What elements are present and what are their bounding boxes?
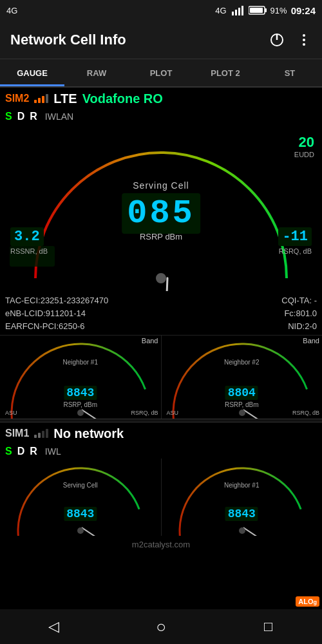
sim1-neighbor1-value: 8843 (225, 507, 258, 521)
rsrq-label: RSRQ, dB (278, 247, 312, 255)
neighbor1-rsrp-label: RSRP, dBm (63, 401, 97, 408)
network-type: 4G (215, 6, 226, 15)
sim2-operator: Vodafone RO (82, 91, 163, 106)
enb-lcid: eNB-LCID:911201-14 (5, 308, 86, 318)
svg-rect-3 (242, 6, 243, 15)
neighbor2-rsrp-label: RSRP, dBm (225, 401, 259, 408)
neighbor2-rsrq: RSRQ, dB (292, 410, 319, 416)
sim1-serving-svg: -140 -120 -110 -70 -50 (0, 459, 161, 536)
tab-plot2[interactable]: PLOT 2 (193, 59, 258, 86)
svg-rect-2 (238, 8, 240, 15)
neighbor2-gauge: -140 -120 -100 -90 -80 -70 -60 -50 Ban (162, 336, 323, 419)
info-row-1: TAC-ECI:23251-233267470 CQI-TA: - (5, 294, 317, 307)
svg-line-91 (80, 528, 128, 536)
sim1-sdr-d: D (17, 446, 25, 457)
svg-rect-6 (250, 8, 263, 13)
info-row-2: eNB-LCID:911201-14 Fc:801.0 (5, 307, 317, 319)
sim1-neighbor1-label: Neighbor #1 (224, 482, 259, 489)
neighbor1-rsrq: RSRQ, dB (131, 410, 158, 416)
svg-line-61 (80, 410, 132, 419)
tab-plot[interactable]: PLOT (129, 59, 193, 86)
sim1-header: SIM1 No network (0, 422, 322, 444)
sim1-serving-value: 8843 (64, 507, 97, 521)
signal-icon (231, 5, 245, 15)
network-type-left: 4G (6, 6, 17, 15)
sdr-r: R (30, 111, 37, 122)
eudd-value: 20 (299, 134, 314, 151)
sim1-gauges: -140 -120 -110 -70 -50 Serving Cell 8843 (0, 459, 322, 536)
tab-raw[interactable]: RAW (64, 59, 129, 86)
sim1-neighbor1-svg: -140 -120 -110 -70 -50 (162, 459, 323, 536)
app-bar: Network Cell Info (0, 21, 322, 59)
neighbor1-asu: ASU (5, 410, 17, 416)
main-rsrp-value: 085 (122, 194, 200, 232)
nid: NID:2-0 (288, 321, 317, 331)
sim1-bar1 (34, 435, 37, 438)
neighbor-section-sim2: -140 -120 -100 -90 -80 -70 -60 -50 (0, 335, 322, 419)
tab-st[interactable]: ST (258, 59, 322, 86)
sim1-serving-gauge: -140 -120 -110 -70 -50 Serving Cell 8843 (0, 459, 161, 536)
sim2-header: SIM2 LTE Vodafone RO (0, 88, 322, 109)
serving-cell-label: Serving Cell (133, 180, 189, 191)
status-right: 4G 91% 09:24 (215, 5, 316, 16)
alo-text: ALO (298, 598, 313, 605)
sdr-d: D (17, 111, 25, 122)
sim1-iwlan: IWL (45, 446, 61, 457)
svg-line-79 (242, 410, 294, 419)
no-network-label: No network (53, 426, 124, 441)
sim2-label: SIM2 (5, 93, 29, 104)
eudd-label: EUDD (294, 151, 314, 158)
sim1-section: SIM1 No network S D R IWL (0, 422, 322, 553)
sim2-signal-bars (34, 94, 48, 103)
rsrp-label: RSRP dBm (140, 232, 182, 242)
sim1-signal-bars (34, 429, 48, 438)
fc: Fc:801.0 (284, 308, 317, 318)
app-bar-icons (269, 32, 312, 48)
sim1-sdr-row: S D R IWL (0, 444, 322, 459)
power-icon[interactable] (269, 32, 285, 48)
sim1-neighbor1-gauge: -140 -120 -110 -70 -50 Neighbor #1 8843 (162, 459, 323, 536)
tab-gauge[interactable]: GAUGE (0, 59, 64, 86)
cqi-ta: CQI-TA: - (281, 296, 317, 305)
neighbor2-band-label: Band (303, 337, 319, 345)
neighbor1-band-label: Band (142, 337, 158, 345)
rssnr-label: RSSNR, dB (10, 247, 48, 255)
neighbor2-asu: ASU (167, 410, 179, 416)
svg-point-9 (303, 34, 305, 37)
earfcn-pci: EARFCN-PCI:6250-6 (5, 321, 85, 331)
sim2-tech: LTE (53, 91, 77, 106)
neighbor2-value: 8804 (225, 386, 258, 400)
info-section: TAC-ECI:23251-233267470 CQI-TA: - eNB-LC… (0, 291, 322, 335)
sim1-label: SIM1 (5, 428, 29, 439)
sim1-bar3 (42, 431, 44, 438)
svg-point-104 (239, 527, 245, 534)
main-gauge-area: -140 -130 -120 -110 -100 -90 -80 -70 -60 (0, 124, 322, 291)
info-row-3: EARFCN-PCI:6250-6 NID:2-0 (5, 319, 317, 332)
bar1 (34, 100, 37, 103)
sdr-row: S D R IWLAN (0, 109, 322, 124)
status-left: 4G (6, 6, 17, 15)
rsrq-container: -11 RSRQ, dB (278, 227, 312, 255)
back-button[interactable]: ◁ (42, 615, 65, 638)
status-bar: 4G 4G 91% 09:24 (0, 0, 322, 21)
sim1-sdr-s: S (5, 446, 12, 457)
rssnr-value: 3.2 (14, 229, 40, 245)
more-icon[interactable] (296, 32, 312, 48)
svg-line-103 (242, 528, 290, 536)
alo-badge: ALOg (296, 596, 319, 607)
neighbor1-value: 8843 (64, 386, 97, 400)
svg-rect-5 (265, 8, 267, 12)
bar3 (42, 96, 44, 103)
tabs: GAUGE RAW PLOT PLOT 2 ST (0, 59, 322, 88)
neighbor1-num: Neighbor #1 (63, 359, 98, 366)
recent-button[interactable]: □ (257, 615, 280, 638)
svg-point-43 (156, 273, 166, 283)
sim1-sdr-r: R (30, 446, 37, 457)
svg-point-80 (239, 410, 245, 416)
battery-icon (249, 5, 267, 15)
home-button[interactable]: ○ (149, 615, 173, 638)
nav-bar: ◁ ○ □ (0, 609, 322, 644)
battery-pct: 91% (270, 6, 287, 15)
svg-point-92 (77, 527, 84, 534)
rsrq-value: -11 (282, 229, 308, 245)
